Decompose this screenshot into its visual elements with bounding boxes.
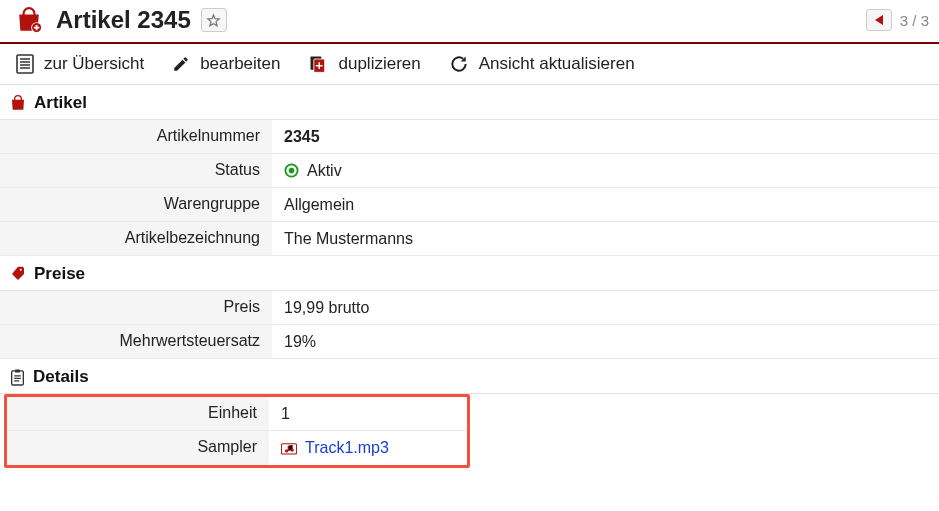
- edit-label: bearbeiten: [200, 54, 280, 74]
- row-preis: Preis 19,99 brutto: [0, 291, 939, 325]
- value-preis: 19,99 brutto: [272, 291, 939, 324]
- status-text: Aktiv: [307, 162, 342, 180]
- overview-button[interactable]: zur Übersicht: [16, 54, 144, 74]
- label-warengruppe: Warengruppe: [0, 188, 272, 221]
- value-artikelnummer: 2345: [272, 120, 939, 153]
- pager-text: 3 / 3: [900, 12, 929, 29]
- svg-point-6: [289, 168, 295, 174]
- svg-point-11: [291, 448, 294, 451]
- row-einheit: Einheit 1: [7, 397, 467, 431]
- row-status: Status Aktiv: [0, 154, 939, 188]
- label-artikelbezeichnung: Artikelbezeichnung: [0, 222, 272, 255]
- toolbar: zur Übersicht bearbeiten duplizieren Ans…: [0, 44, 939, 85]
- details-highlight: Einheit 1 Sampler Track1.mp3: [4, 394, 470, 468]
- label-mwst: Mehrwertsteuersatz: [0, 325, 272, 358]
- label-einheit: Einheit: [7, 397, 269, 430]
- svg-rect-8: [15, 369, 20, 372]
- duplicate-button[interactable]: duplizieren: [308, 54, 420, 74]
- duplicate-icon: [308, 54, 328, 74]
- status-active-icon: [284, 163, 299, 178]
- value-warengruppe: Allgemein: [272, 188, 939, 221]
- row-artikelbezeichnung: Artikelbezeichnung The Mustermanns: [0, 222, 939, 256]
- row-warengruppe: Warengruppe Allgemein: [0, 188, 939, 222]
- value-status: Aktiv: [272, 154, 939, 187]
- tag-icon: [10, 266, 26, 282]
- section-header-preise: Preise: [0, 256, 939, 291]
- refresh-label: Ansicht aktualisieren: [479, 54, 635, 74]
- audio-file-icon: [281, 442, 297, 455]
- row-artikelnummer: Artikelnummer 2345: [0, 120, 939, 154]
- label-artikelnummer: Artikelnummer: [0, 120, 272, 153]
- section-title-artikel: Artikel: [34, 93, 87, 113]
- list-icon: [16, 54, 34, 74]
- label-status: Status: [0, 154, 272, 187]
- svg-rect-2: [17, 55, 33, 73]
- shopping-bag-small-icon: [10, 95, 26, 111]
- label-preis: Preis: [0, 291, 272, 324]
- section-title-details: Details: [33, 367, 89, 387]
- row-sampler: Sampler Track1.mp3: [7, 431, 467, 465]
- sampler-link[interactable]: Track1.mp3: [305, 439, 389, 457]
- value-sampler: Track1.mp3: [269, 431, 467, 465]
- prev-record-button[interactable]: [866, 9, 892, 31]
- overview-label: zur Übersicht: [44, 54, 144, 74]
- section-header-artikel: Artikel: [0, 85, 939, 120]
- duplicate-label: duplizieren: [338, 54, 420, 74]
- section-title-preise: Preise: [34, 264, 85, 284]
- value-mwst: 19%: [272, 325, 939, 358]
- page-title: Artikel 2345: [56, 6, 191, 34]
- label-sampler: Sampler: [7, 431, 269, 465]
- pencil-icon: [172, 55, 190, 73]
- section-header-details: Details: [0, 359, 939, 394]
- triangle-left-icon: [874, 14, 884, 26]
- value-artikelbezeichnung: The Mustermanns: [272, 222, 939, 255]
- clipboard-icon: [10, 369, 25, 386]
- row-mwst: Mehrwertsteuersatz 19%: [0, 325, 939, 359]
- refresh-button[interactable]: Ansicht aktualisieren: [449, 54, 635, 74]
- record-pager: 3 / 3: [866, 9, 929, 31]
- edit-button[interactable]: bearbeiten: [172, 54, 280, 74]
- shopping-bag-icon: [16, 7, 42, 33]
- favorite-button[interactable]: [201, 8, 227, 32]
- star-icon: [206, 13, 221, 28]
- value-einheit: 1: [269, 397, 467, 430]
- refresh-icon: [449, 54, 469, 74]
- page-header: Artikel 2345 3 / 3: [0, 0, 939, 38]
